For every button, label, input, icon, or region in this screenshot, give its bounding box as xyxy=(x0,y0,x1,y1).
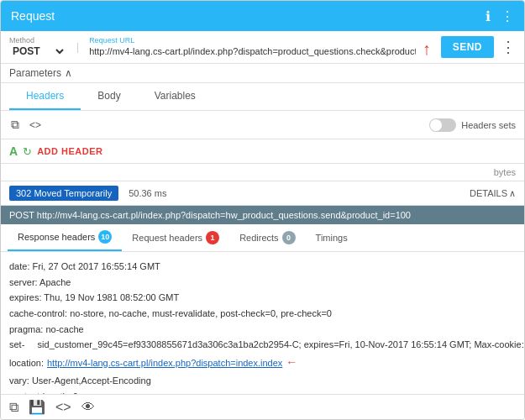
info-icon[interactable]: ℹ xyxy=(486,8,491,24)
request-url-label: Request URL xyxy=(89,36,134,45)
tab-headers[interactable]: Headers xyxy=(9,83,81,110)
request-window: Request ℹ ⋮ Method POST GET PUT DELETE |… xyxy=(0,0,525,420)
resp-line-set-cookie: set- sid_customer_99c45=ef93308855671d3a… xyxy=(9,337,516,353)
url-bar: Method POST GET PUT DELETE | Request URL… xyxy=(1,31,524,64)
resp-line-expires: expires: Thu, 19 Nov 1981 08:52:00 GMT xyxy=(9,290,516,306)
code-icon[interactable]: <> xyxy=(28,118,43,133)
redirect-arrow-icon: ↑ xyxy=(423,39,431,59)
request-headers-badge: 1 xyxy=(206,231,219,244)
url-input[interactable] xyxy=(89,38,416,56)
response-body: date: Fri, 27 Oct 2017 16:55:14 GMT serv… xyxy=(1,252,524,394)
timings-label: Timings xyxy=(316,233,348,243)
copy-bottom-icon[interactable]: ⧉ xyxy=(9,400,18,415)
window-title: Request xyxy=(11,9,55,23)
tab-request-headers[interactable]: Request headers 1 xyxy=(122,225,229,250)
response-headers-badge: 10 xyxy=(98,230,112,244)
request-info-bar: POST http://mv4-lang.cs-cart.pl/index.ph… xyxy=(1,206,524,224)
details-link[interactable]: DETAILS ∧ xyxy=(470,188,516,199)
request-headers-label: Request headers xyxy=(132,233,202,243)
send-button[interactable]: SEND xyxy=(441,36,494,58)
response-tabs-bar: Response headers 10 Request headers 1 Re… xyxy=(1,224,524,252)
toggle-label: Headers sets xyxy=(461,120,516,130)
resp-line-cache-control: cache-control: no-store, no-cache, must-… xyxy=(9,306,516,322)
method-label: Method xyxy=(9,36,66,45)
request-tabs: Headers Body Variables xyxy=(1,83,524,111)
resp-line-location: location: http://mv4-lang.cs-cart.pl/ind… xyxy=(9,353,516,373)
eye-bottom-icon[interactable]: 👁 xyxy=(81,400,95,415)
resp-line-vary: vary: User-Agent,Accept-Encoding xyxy=(9,373,516,389)
resp-line-date: date: Fri, 27 Oct 2017 16:55:14 GMT xyxy=(9,259,516,275)
resp-line-pragma: pragma: no-cache xyxy=(9,322,516,338)
location-prefix: location: xyxy=(9,355,44,371)
toggle-knob xyxy=(430,119,442,131)
details-chevron-icon: ∧ xyxy=(509,188,516,199)
title-bar-actions: ℹ ⋮ xyxy=(486,8,514,24)
tab-redirects[interactable]: Redirects 0 xyxy=(229,225,305,250)
headers-sets-toggle: Headers sets xyxy=(429,118,516,132)
add-header-row: A ↻ ADD HEADER xyxy=(1,139,524,164)
code-bottom-icon[interactable]: <> xyxy=(55,400,71,415)
header-icons-group: ⧉ <> xyxy=(9,116,43,134)
save-bottom-icon[interactable]: 💾 xyxy=(29,399,45,415)
method-select[interactable]: POST GET PUT DELETE xyxy=(9,45,66,58)
status-left: 302 Moved Temporarily 50.36 ms xyxy=(9,186,166,201)
redirects-label: Redirects xyxy=(239,233,278,243)
tab-response-headers[interactable]: Response headers 10 xyxy=(8,224,122,251)
resp-line-server: server: Apache xyxy=(9,275,516,291)
location-redirect-arrow-icon: ← xyxy=(286,353,297,373)
tab-timings[interactable]: Timings xyxy=(306,227,358,249)
bytes-row: bytes xyxy=(1,164,524,181)
location-link[interactable]: http://mv4-lang.cs-cart.pl/index.php?dis… xyxy=(47,355,282,371)
title-bar: Request ℹ ⋮ xyxy=(1,1,524,31)
url-wrapper: Request URL xyxy=(89,38,416,57)
add-header-button[interactable]: ADD HEADER xyxy=(37,146,102,156)
tab-variables[interactable]: Variables xyxy=(138,83,213,110)
status-badge: 302 Moved Temporarily xyxy=(9,186,118,201)
status-time: 50.36 ms xyxy=(129,188,166,198)
toggle-switch[interactable] xyxy=(429,118,456,132)
add-header-plus-icon: A xyxy=(9,144,18,158)
response-area: Response headers 10 Request headers 1 Re… xyxy=(1,224,524,419)
details-label: DETAILS xyxy=(470,188,507,198)
parameters-bar: Parameters ∧ xyxy=(1,64,524,83)
parameters-label: Parameters xyxy=(9,67,61,79)
bottom-toolbar: ⧉ 💾 <> 👁 xyxy=(1,394,524,419)
request-info-text: POST http://mv4-lang.cs-cart.pl/index.ph… xyxy=(9,210,411,220)
response-headers-label: Response headers xyxy=(18,232,95,242)
copy-icon[interactable]: ⧉ xyxy=(9,116,21,134)
parameters-chevron-icon[interactable]: ∧ xyxy=(65,67,72,79)
headers-toolbar: ⧉ <> Headers sets xyxy=(1,111,524,139)
redirects-badge: 0 xyxy=(282,231,296,244)
url-more-button[interactable]: ⋮ xyxy=(501,38,516,56)
status-row: 302 Moved Temporarily 50.36 ms DETAILS ∧ xyxy=(1,181,524,206)
tab-body[interactable]: Body xyxy=(81,83,137,110)
more-icon[interactable]: ⋮ xyxy=(501,8,514,24)
bytes-label: bytes xyxy=(494,167,516,177)
method-section: Method POST GET PUT DELETE xyxy=(9,36,66,58)
